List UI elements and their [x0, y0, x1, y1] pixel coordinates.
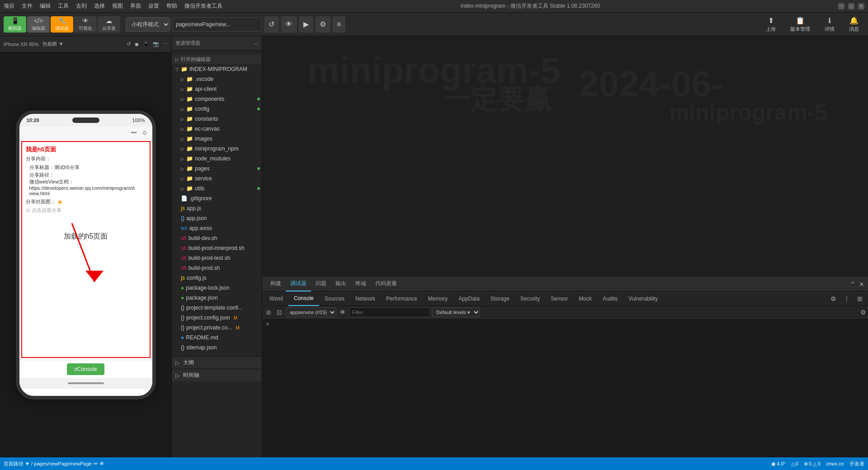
tree-item-appjs[interactable]: js app.js	[172, 203, 262, 213]
menu-item-interface[interactable]: 界面	[130, 2, 141, 10]
settings-small-button[interactable]: ⚙	[315, 16, 330, 33]
hotspot-label[interactable]: 热截断 ▼	[42, 41, 64, 47]
tree-item-miniprogram-npm[interactable]: ▷ 📁 miniprogram_npm	[172, 144, 262, 154]
tree-item-appwxss[interactable]: wx app.wxss	[172, 223, 262, 233]
debugger-button[interactable]: 🔧 调试器	[51, 16, 73, 33]
cloud-button[interactable]: ☁ 云开发	[98, 16, 120, 33]
open-editors-section[interactable]: ▷ 打开的编辑器	[172, 54, 262, 64]
tree-item-sitemap[interactable]: {} sitemap.json	[172, 343, 262, 352]
tree-item-readme[interactable]: ● README.md	[172, 333, 262, 343]
vconsole-button[interactable]: vConsole	[67, 363, 104, 375]
tab-terminal[interactable]: 终端	[351, 277, 371, 291]
console-more-icon[interactable]: ⋮	[840, 295, 854, 302]
tree-item-vscode[interactable]: ▷ 📁 .vscode	[172, 74, 262, 84]
menu-item-wechat[interactable]: 微信开发者工具	[184, 2, 222, 10]
menu-item-select[interactable]: 选择	[94, 2, 105, 10]
tree-item-project-config[interactable]: {} project.config.json M	[172, 313, 262, 323]
menu-item-help[interactable]: 帮助	[166, 2, 177, 10]
tab-problems[interactable]: 问题	[311, 277, 331, 291]
menu-item-goto[interactable]: 去到	[76, 2, 87, 10]
tree-item-gitignore[interactable]: 📄 .gitignore	[172, 193, 262, 203]
console-tab-network[interactable]: Network	[350, 291, 381, 306]
path-input[interactable]	[172, 17, 262, 32]
maximize-button[interactable]: □	[848, 3, 854, 9]
tab-output[interactable]: 输出	[331, 277, 351, 291]
share-btn-row[interactable]: ⊙ 点击设置分享	[26, 207, 146, 214]
console-tab-performance[interactable]: Performance	[381, 291, 423, 306]
tab-debugger[interactable]: 调试器	[286, 277, 311, 291]
status-path[interactable]: 页面路径 ▼ / pages/newPage/newPage ✏ 👁	[4, 461, 104, 467]
eye-toggle-button[interactable]: 👁	[338, 308, 347, 317]
eye-button[interactable]: 👁	[281, 16, 297, 33]
console-tab-sensor[interactable]: Sensor	[545, 291, 573, 306]
tree-item-pages[interactable]: ▷ 📁 pages	[172, 164, 262, 174]
console-clear-button[interactable]: ⊘	[264, 308, 273, 317]
console-prompt[interactable]: >	[266, 320, 269, 327]
tree-item-appjson[interactable]: {} app.json	[172, 213, 262, 223]
menu-item-view[interactable]: 视图	[112, 2, 123, 10]
console-tab-audits[interactable]: Audits	[597, 291, 623, 306]
tree-item-constants[interactable]: ▷ 📁 constants	[172, 114, 262, 124]
menu-item-tools[interactable]: 工具	[58, 2, 69, 10]
console-tab-memory[interactable]: Memory	[423, 291, 453, 306]
console-tab-appdata[interactable]: AppData	[453, 291, 485, 306]
console-tab-wxml[interactable]: Wxml	[264, 291, 288, 306]
close-button[interactable]: ✕	[858, 3, 864, 9]
appservice-selector[interactable]: appservice (#15)	[286, 307, 336, 317]
tree-item-components[interactable]: ▷ 📁 components	[172, 94, 262, 104]
console-settings-icon[interactable]: ⚙	[827, 295, 840, 302]
menu-item-settings[interactable]: 设置	[148, 2, 159, 10]
screenshot-icon[interactable]: 📷	[153, 41, 159, 47]
close-panel-icon[interactable]: ✕	[859, 281, 864, 288]
refresh-icon[interactable]: ↺	[127, 41, 131, 47]
timeline-section[interactable]: ▷ 时间轴	[172, 369, 262, 381]
menu-item-edit[interactable]: 编辑	[40, 2, 51, 10]
console-filter-input[interactable]	[349, 307, 430, 317]
expand-up-icon[interactable]: ⌃	[850, 281, 855, 288]
notification-button[interactable]: 🔔 消息	[844, 15, 864, 33]
tree-item-build-dev[interactable]: sh build-dev.sh	[172, 233, 262, 243]
console-tab-sources[interactable]: Sources	[319, 291, 350, 306]
version-button[interactable]: 📋 版本管理	[785, 15, 816, 33]
console-tab-security[interactable]: Security	[515, 291, 545, 306]
tree-item-api[interactable]: ▷ 📁 api-client	[172, 84, 262, 94]
root-folder[interactable]: ▽ 📁 INDEX-MINIPROGRAM	[172, 64, 262, 74]
tree-item-build-prod-test[interactable]: sh build-prod-test.sh	[172, 253, 262, 263]
compile-run-button[interactable]: ▶	[299, 16, 313, 33]
tree-item-project-private[interactable]: {} project.private.co... M	[172, 323, 262, 333]
outline-section[interactable]: ▷ 大纲	[172, 356, 262, 369]
phone-icon[interactable]: 📱	[143, 41, 149, 47]
menu-item-project[interactable]: 项目	[4, 2, 14, 10]
simulator-button[interactable]: 📱 模拟器	[4, 16, 26, 33]
tree-item-node-modules[interactable]: ▷ 📁 node_modules	[172, 154, 262, 164]
upload-button[interactable]: ⬆ 上传	[760, 15, 781, 33]
tree-item-ec-canvas[interactable]: ▷ 📁 ec-canvas	[172, 124, 262, 134]
console-dock-icon[interactable]: ⊞	[854, 295, 866, 302]
tab-build[interactable]: 构建	[266, 277, 286, 291]
details-button[interactable]: ℹ 详情	[819, 15, 840, 33]
tab-code-quality[interactable]: 代码质量	[371, 277, 401, 291]
console-tab-vulnerability[interactable]: Vulnerability	[623, 291, 663, 306]
file-panel-more[interactable]: ···	[254, 40, 258, 47]
console-gear-icon[interactable]: ⚙	[860, 309, 866, 316]
tree-item-build-prod-inner[interactable]: sh build-prod-innerprod.sh	[172, 243, 262, 253]
tree-item-service[interactable]: ▷ 📁 service	[172, 174, 262, 183]
mode-selector[interactable]: 小程序模式	[126, 17, 170, 32]
console-tab-storage[interactable]: Storage	[485, 291, 515, 306]
tree-item-images[interactable]: ▷ 📁 images	[172, 134, 262, 144]
editor-button[interactable]: </> 编辑器	[27, 16, 50, 33]
console-tab-mock[interactable]: Mock	[573, 291, 597, 306]
tree-item-build-prod[interactable]: sh build-prod.sh	[172, 263, 262, 273]
tree-item-configjs[interactable]: js config.js	[172, 273, 262, 283]
more-phone-icon[interactable]: ⋯	[163, 41, 168, 47]
menu-item-file[interactable]: 文件	[22, 2, 33, 10]
record-icon[interactable]: ⏺	[134, 42, 139, 47]
tree-item-config[interactable]: ▷ 📁 config	[172, 104, 262, 114]
tree-item-package-lock[interactable]: ● package-lock.json	[172, 283, 262, 293]
console-block-button[interactable]: ⊡	[275, 308, 284, 317]
tree-item-project-template[interactable]: {} project-template.confi...	[172, 303, 262, 313]
minimize-button[interactable]: ─	[838, 3, 844, 9]
refresh-button[interactable]: ↺	[264, 16, 279, 33]
tree-item-package[interactable]: ● package.json	[172, 293, 262, 303]
tree-item-utils[interactable]: ▷ 📁 utils	[172, 183, 262, 193]
